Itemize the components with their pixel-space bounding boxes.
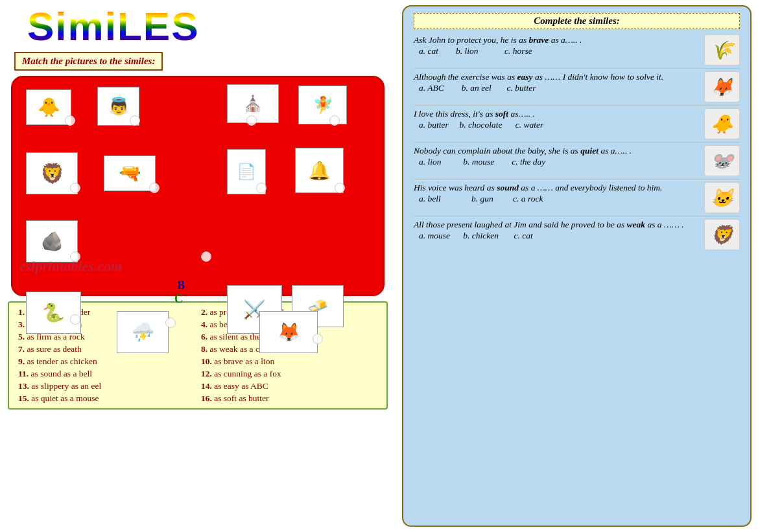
quiz-title: Complete the similes:	[414, 13, 740, 29]
game-area: 🐥 👼 ⛪ 🧚 🦁 🔫 📄 🔔 🪨 ⚔️ 🧈 🐍 ⛈️ 🦊 AB C	[11, 76, 385, 296]
quiz-image-4: 🐭	[704, 145, 740, 176]
list-item: 13. as slippery as an eel	[18, 380, 195, 392]
quiz-image-2: 🦊	[704, 71, 740, 102]
list-item: 11. as sound as a bell	[18, 368, 195, 380]
quiz-options-6: a. mouse b. chicken c. cat	[419, 231, 704, 241]
list-item: 16. as soft as butter	[201, 393, 377, 404]
quiz-section-4: Nobody can complain about the baby, she …	[414, 145, 740, 179]
quiz-image-5: 🐱	[704, 182, 740, 213]
quiz-section-1: Ask John to protect you, he is as brave …	[414, 34, 740, 69]
list-item: 9. as tender as chicken	[18, 356, 195, 367]
quiz-section-2: Although the exercise was as easy as …… …	[414, 71, 740, 106]
quiz-section-6: All those present laughed at Jim and sai…	[414, 219, 740, 253]
quiz-question-4: Nobody can complain about the baby, she …	[414, 145, 704, 157]
dot	[335, 183, 345, 193]
right-panel: Complete the similes: Ask John to protec…	[396, 0, 758, 532]
quiz-options-2: a. ABC b. an eel c. butter	[419, 83, 704, 93]
dot	[165, 318, 176, 328]
dot	[201, 251, 211, 262]
dot	[70, 251, 80, 262]
quiz-options-5: a. bell b. gun c. a rock	[419, 194, 704, 204]
quiz-options-4: a. lion b. mouse c. the day	[419, 157, 704, 167]
quiz-image-1: 🌾	[704, 34, 740, 65]
dot	[70, 314, 80, 325]
list-item: 10. as brave as a lion	[201, 356, 377, 367]
quiz-image-3: 🐥	[704, 108, 740, 139]
quiz-options-1: a. cat b. lion c. horse	[419, 46, 704, 56]
quiz-question-1: Ask John to protect you, he is as brave …	[414, 34, 704, 46]
abc-marker: AB C	[169, 279, 185, 306]
quiz-question-6: All those present laughed at Jim and sai…	[414, 219, 704, 231]
quiz-section-5: His voice was heard as sound as a …… and…	[414, 182, 740, 216]
img-fox: 🦊	[259, 311, 318, 353]
dot	[149, 183, 160, 193]
img-gun: 🔫	[104, 156, 156, 191]
match-instruction: Match the pictures to the similes:	[14, 52, 163, 71]
dot	[70, 183, 80, 193]
dot	[329, 115, 340, 126]
list-item: 12. as cunning as a fox	[201, 368, 377, 380]
list-item: 14. as easy as ABC	[201, 380, 377, 392]
quiz-question-3: I love this dress, it's as soft as….. .	[414, 108, 704, 120]
dot	[256, 183, 266, 193]
quiz-question-5: His voice was heard as sound as a …… and…	[414, 182, 704, 194]
list-item: 15. as quiet as a mouse	[18, 393, 195, 404]
img-storm: ⛈️	[117, 311, 169, 353]
dot	[65, 115, 75, 126]
dot	[130, 115, 140, 126]
left-panel: SimiLES Match the pictures to the simile…	[0, 0, 396, 532]
img-fairy: 🧚	[298, 86, 347, 124]
img-snake: 🐍	[26, 292, 81, 334]
dot	[246, 115, 257, 126]
dot	[313, 334, 323, 344]
quiz-card: Complete the similes: Ask John to protec…	[402, 5, 752, 527]
quiz-section-3: I love this dress, it's as soft as….. . …	[414, 108, 740, 143]
quiz-options-3: a. butter b. chocolate c. water	[419, 120, 704, 130]
page-title: SimiLES	[8, 6, 388, 47]
quiz-image-6: 🦁	[704, 219, 740, 250]
quiz-question-2: Although the exercise was as easy as …… …	[414, 71, 704, 83]
